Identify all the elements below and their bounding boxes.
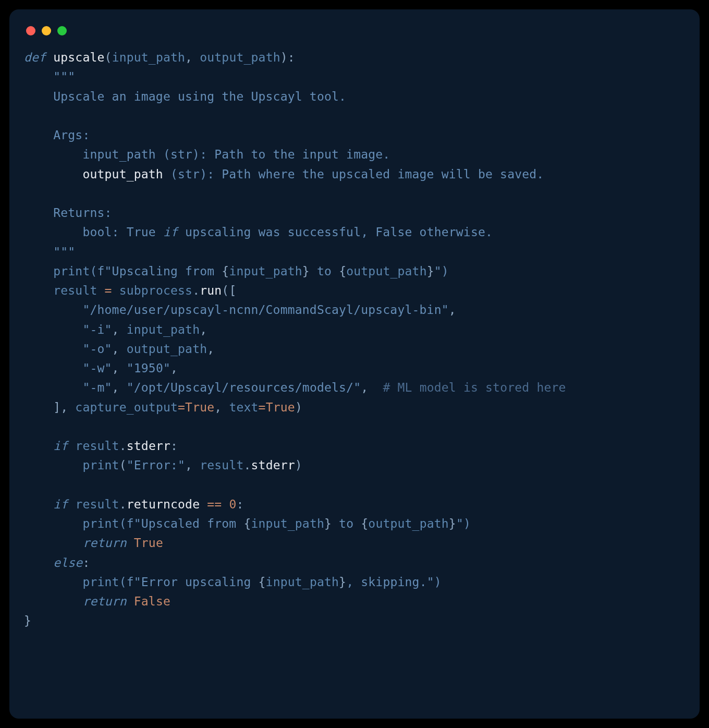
- str-bin: "/home/user/upscayl-ncnn/CommandScayl/up…: [82, 303, 448, 317]
- closing-brace: }: [24, 614, 31, 627]
- bool-true-2: True: [266, 401, 295, 414]
- paren-open2: (: [119, 458, 127, 472]
- paren-open: (: [105, 51, 112, 64]
- docstring-arg1: input_path (str): Path to the input imag…: [82, 148, 390, 161]
- comma5: ,: [207, 342, 214, 356]
- docstring-arg2-name: output_path: [82, 167, 163, 181]
- comma2: ,: [112, 323, 127, 336]
- bool-false: False: [134, 594, 170, 608]
- attr-returncode: returncode: [127, 498, 200, 511]
- dot2: .: [119, 439, 127, 453]
- outer-frame: def upscale(input_path, output_path): ""…: [0, 0, 709, 728]
- run-open: ([: [222, 284, 236, 297]
- fexpr-output-2: output_path: [368, 517, 449, 530]
- var-result-4: result: [75, 498, 119, 511]
- zoom-icon[interactable]: [57, 26, 67, 35]
- paren-close: ):: [280, 51, 295, 64]
- fexpr-input-3: input_path: [266, 575, 339, 589]
- fexpr-open2: {: [339, 264, 346, 278]
- op-eq: =: [178, 401, 185, 414]
- fexpr-close2: }: [427, 264, 434, 278]
- kw-if-2: if: [53, 498, 68, 511]
- var-result-3: result: [200, 458, 243, 472]
- docstring-ret-if: if: [163, 225, 178, 239]
- comma9: ,: [361, 381, 368, 394]
- call-print-3: print: [82, 517, 119, 530]
- fstring-2a: (f"Upscaled from: [119, 517, 244, 530]
- call-print-2: print: [82, 458, 119, 472]
- fexpr-open3: {: [243, 517, 251, 530]
- fexpr-close5: }: [339, 575, 346, 589]
- str-i: "-i": [82, 323, 112, 336]
- fstring-1a: (f"Upscaling from: [90, 264, 222, 278]
- close-paren: ): [295, 401, 302, 414]
- str-w: "-w": [82, 361, 112, 375]
- docstring-ret-a: bool: True: [82, 225, 163, 239]
- fexpr-close3: }: [324, 517, 332, 530]
- comma7: ,: [170, 361, 178, 375]
- close-icon[interactable]: [26, 26, 35, 35]
- kw-def: def: [24, 51, 46, 64]
- fstring-2c: "): [456, 517, 471, 530]
- comma3: ,: [200, 323, 207, 336]
- kw-if-1: if: [53, 439, 68, 453]
- var-result: result: [53, 284, 97, 297]
- kw-return-1: return: [82, 536, 126, 550]
- attr-stderr-2: stderr: [251, 458, 295, 472]
- str-o: "-o": [82, 342, 112, 356]
- fexpr-close: }: [302, 264, 310, 278]
- mod-subprocess: subprocess: [119, 284, 192, 297]
- docstring-close: """: [53, 245, 75, 259]
- window-controls: [24, 22, 685, 48]
- kw-return-2: return: [82, 594, 126, 608]
- call-print: print: [53, 264, 90, 278]
- docstring-returns: Returns:: [53, 206, 112, 220]
- fexpr-open: {: [222, 264, 229, 278]
- docstring-line: Upscale an image using the Upscayl tool.: [53, 90, 346, 103]
- str-mp: "/opt/Upscayl/resources/models/": [127, 381, 361, 394]
- fn-name: upscale: [53, 51, 104, 64]
- comma1: ,: [449, 303, 456, 317]
- comma10: ,: [214, 401, 229, 414]
- dot3: .: [244, 458, 251, 472]
- fexpr-close4: }: [449, 517, 456, 530]
- str-wv: "1950": [127, 361, 170, 375]
- docstring-args: Args:: [53, 128, 90, 142]
- code-block: def upscale(input_path, output_path): ""…: [24, 48, 685, 631]
- colon3: :: [82, 556, 90, 569]
- op-eqeq: ==: [200, 498, 229, 511]
- param-output-path: output_path: [200, 51, 280, 64]
- docstring-open: """: [53, 70, 75, 83]
- comma8: ,: [112, 381, 127, 394]
- dot: .: [192, 284, 200, 297]
- fexpr-output: output_path: [346, 264, 427, 278]
- fexpr-open5: {: [259, 575, 266, 589]
- close-paren2: ): [295, 458, 302, 472]
- run-close: ],: [53, 401, 75, 414]
- method-run: run: [200, 284, 222, 297]
- comma4: ,: [112, 342, 127, 356]
- minimize-icon[interactable]: [42, 26, 51, 35]
- param-input-path: input_path: [112, 51, 185, 64]
- fexpr-input: input_path: [229, 264, 302, 278]
- str-m: "-m": [82, 381, 112, 394]
- kw-else: else: [53, 556, 82, 569]
- comment-ml: # ML model is stored here: [383, 381, 566, 394]
- docstring-ret-b: upscaling was successful, False otherwis…: [178, 225, 493, 239]
- fstring-2b: to: [332, 517, 361, 530]
- colon2: :: [236, 498, 243, 511]
- comma11: ,: [185, 458, 200, 472]
- bool-true-1: True: [185, 401, 214, 414]
- op-assign: =: [97, 284, 119, 297]
- comma6: ,: [112, 361, 127, 375]
- arg-input-path: input_path: [127, 323, 200, 336]
- var-result-2: result: [75, 439, 119, 453]
- num-zero: 0: [229, 498, 236, 511]
- arg-output-path: output_path: [127, 342, 207, 356]
- op-eq2: =: [259, 401, 266, 414]
- kw-text: text: [229, 401, 258, 414]
- colon1: :: [170, 439, 178, 453]
- bool-true-3: True: [134, 536, 163, 550]
- call-print-4: print: [82, 575, 119, 589]
- fstring-3b: , skipping."): [346, 575, 442, 589]
